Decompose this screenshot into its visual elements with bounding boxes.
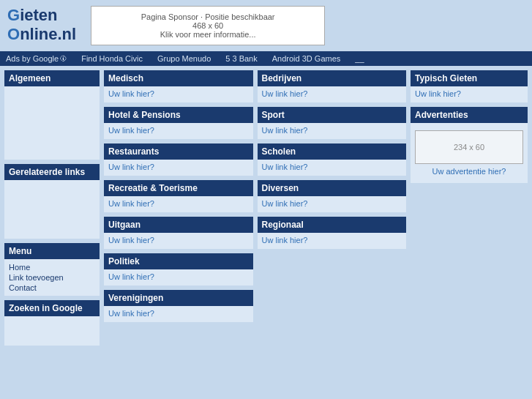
cat-scholen-header: Scholen [258, 143, 407, 160]
adbar-link-2[interactable]: Grupo Menudo [157, 54, 211, 63]
cat-medisch-header: Medisch [104, 70, 253, 86]
logo-line2-rest: nline.nl [20, 25, 76, 43]
sidebar-menu-body: Home Link toevoegen Contact [4, 259, 100, 296]
sidebar-gerelateerde-body [4, 180, 100, 239]
sidebar-algemeen-body [4, 86, 100, 160]
cat-scholen-body: Uw link hier? [258, 160, 407, 176]
typisch-gieten-section: Typisch Gieten Uw link hier? [411, 70, 528, 102]
right-sidebar: Typisch Gieten Uw link hier? Advertentie… [411, 70, 528, 346]
cat-diversen-header: Diversen [258, 180, 407, 196]
cat-diversen-link[interactable]: Uw link hier? [262, 199, 308, 208]
ad-size: 234 x 60 [415, 130, 523, 164]
cat-hotel-link[interactable]: Uw link hier? [108, 126, 154, 135]
cat-hotel: Hotel & Pensions Uw link hier? [104, 107, 253, 139]
sidebar-algemeen: Algemeen [4, 70, 100, 160]
adbar-link-5: __ [355, 54, 364, 63]
category-col-2: Bedrijven Uw link hier? Sport Uw link hi… [258, 70, 407, 346]
cat-sport: Sport Uw link hier? [258, 107, 407, 139]
site-logo: Gieten Online.nl [7, 6, 76, 45]
cat-verenigingen: Verenigingen Uw link hier? [104, 290, 253, 322]
cat-politiek-header: Politiek [104, 253, 253, 269]
cat-medisch-body: Uw link hier? [104, 86, 253, 102]
cat-restaurants-link[interactable]: Uw link hier? [108, 163, 154, 171]
cat-bedrijven: Bedrijven Uw link hier? [258, 70, 407, 102]
sidebar-menu-header: Menu [4, 243, 100, 259]
cat-hotel-header: Hotel & Pensions [104, 107, 253, 123]
cat-diversen: Diversen Uw link hier? [258, 180, 407, 212]
adbar-link-3[interactable]: 5 3 Bank [225, 54, 257, 63]
cat-sport-header: Sport [258, 107, 407, 123]
cat-verenigingen-header: Verenigingen [104, 290, 253, 306]
cat-recreatie: Recreatie & Toerisme Uw link hier? [104, 180, 253, 212]
cat-recreatie-body: Uw link hier? [104, 196, 253, 212]
sidebar-algemeen-header: Algemeen [4, 70, 100, 86]
sponsor-line3: Klik voor meer informatie... [106, 30, 310, 39]
typisch-gieten-link[interactable]: Uw link hier? [415, 89, 461, 98]
ad-link-text[interactable]: Uw advertentie hier? [415, 167, 523, 176]
sponsor-line1: Pagina Sponsor · Positie beschikbaar [106, 12, 310, 21]
adbar-link-4[interactable]: Android 3D Games [272, 54, 341, 63]
cat-bedrijven-header: Bedrijven [258, 70, 407, 86]
typisch-gieten-body: Uw link hier? [411, 86, 528, 102]
cat-politiek-body: Uw link hier? [104, 269, 253, 286]
ad-bar: Ads by Google 🛈 Find Honda Civic Grupo M… [0, 51, 532, 66]
cat-hotel-body: Uw link hier? [104, 123, 253, 139]
cat-restaurants-body: Uw link hier? [104, 160, 253, 176]
advertenties-header: Advertenties [411, 107, 528, 123]
logo-g2: O [7, 25, 20, 43]
sidebar-menu: Menu Home Link toevoegen Contact [4, 243, 100, 296]
ad-box: 234 x 60 Uw advertentie hier? [411, 123, 528, 183]
sidebar-gerelateerde-header: Gerelateerde links [4, 164, 100, 180]
cat-medisch: Medisch Uw link hier? [104, 70, 253, 102]
adbar-icon: 🛈 [60, 55, 67, 62]
sidebar-zoeken-body [4, 316, 100, 346]
logo-g1: G [7, 6, 20, 24]
sidebar-zoeken-header: Zoeken in Google [4, 300, 100, 316]
center-content: Medisch Uw link hier? Hotel & Pensions U… [104, 70, 406, 346]
cat-regionaal: Regionaal Uw link hier? [258, 217, 407, 249]
sponsor-box[interactable]: Pagina Sponsor · Positie beschikbaar 468… [91, 6, 325, 45]
cat-sport-body: Uw link hier? [258, 123, 407, 139]
logo-line1-rest: ieten [20, 6, 57, 24]
cat-restaurants: Restaurants Uw link hier? [104, 143, 253, 176]
sidebar-zoeken: Zoeken in Google [4, 300, 100, 346]
sidebar-gerelateerde: Gerelateerde links [4, 164, 100, 239]
sidebar-menu-link-toevoegen[interactable]: Link toevoegen [9, 272, 95, 283]
advertenties-section: Advertenties 234 x 60 Uw advertentie hie… [411, 107, 528, 183]
cat-politiek-link[interactable]: Uw link hier? [108, 272, 154, 281]
sidebar-menu-contact[interactable]: Contact [9, 283, 95, 293]
cat-regionaal-link[interactable]: Uw link hier? [262, 236, 308, 245]
cat-regionaal-body: Uw link hier? [258, 233, 407, 249]
cat-uitgaan-body: Uw link hier? [104, 233, 253, 249]
cat-bedrijven-body: Uw link hier? [258, 86, 407, 102]
typisch-gieten-header: Typisch Gieten [411, 70, 528, 86]
ads-by-google: Ads by Google 🛈 [6, 54, 67, 63]
cat-restaurants-header: Restaurants [104, 143, 253, 160]
cat-uitgaan-header: Uitgaan [104, 217, 253, 233]
cat-verenigingen-link[interactable]: Uw link hier? [108, 309, 154, 318]
cat-bedrijven-link[interactable]: Uw link hier? [262, 89, 308, 98]
cat-medisch-link[interactable]: Uw link hier? [108, 89, 154, 98]
cat-scholen: Scholen Uw link hier? [258, 143, 407, 176]
cat-recreatie-header: Recreatie & Toerisme [104, 180, 253, 196]
left-sidebar: Algemeen Gerelateerde links Menu Home Li… [4, 70, 100, 346]
cat-recreatie-link[interactable]: Uw link hier? [108, 199, 154, 208]
category-col-1: Medisch Uw link hier? Hotel & Pensions U… [104, 70, 253, 346]
sidebar-menu-home[interactable]: Home [9, 262, 95, 272]
cat-verenigingen-body: Uw link hier? [104, 306, 253, 322]
cat-sport-link[interactable]: Uw link hier? [262, 126, 308, 135]
cat-diversen-body: Uw link hier? [258, 196, 407, 212]
cat-politiek: Politiek Uw link hier? [104, 253, 253, 286]
adbar-link-1[interactable]: Find Honda Civic [81, 54, 143, 63]
sponsor-line2: 468 x 60 [106, 21, 310, 30]
cat-uitgaan-link[interactable]: Uw link hier? [108, 236, 154, 245]
cat-regionaal-header: Regionaal [258, 217, 407, 233]
cat-scholen-link[interactable]: Uw link hier? [262, 163, 308, 171]
cat-uitgaan: Uitgaan Uw link hier? [104, 217, 253, 249]
